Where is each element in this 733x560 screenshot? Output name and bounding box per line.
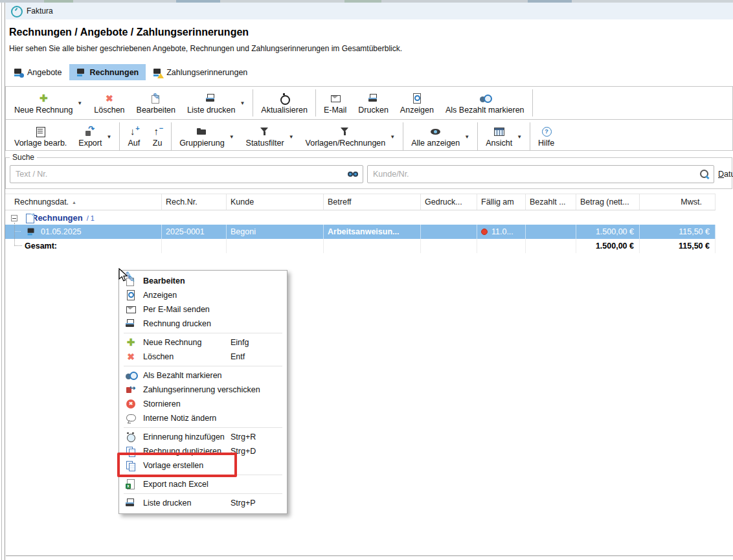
tab-zahlungserinnerungen[interactable]: Zahlungserinnerungen [146,64,254,80]
group-row-rechnungen[interactable]: Rechnungen / 1 [5,211,716,225]
overdue-status-dot [481,229,488,235]
clock-app-icon [10,5,22,17]
menu-item-liste-drucken[interactable]: Liste druckenStrg+P [119,496,287,510]
column-header-mwst[interactable]: Mwst. [640,194,716,210]
chevron-down-icon[interactable]: ▼ [464,134,469,140]
toolbar-separator [171,122,172,150]
tab-rechnungen[interactable]: Rechnungen [69,64,146,80]
customer-search-input[interactable] [368,170,699,179]
tab-angebote[interactable]: Angebote [6,64,69,80]
cancel-icon [125,398,137,410]
cell-bezahlt [526,225,576,239]
liste-drucken-button[interactable]: Liste drucken ▼ [181,87,251,119]
column-header-betreff[interactable]: Betreff [324,194,421,210]
column-header-gedruckt[interactable]: Gedruck... [421,194,477,210]
view-grid-icon [493,126,505,137]
coins-paid-icon [125,370,137,381]
menu-item-export-nach-excel[interactable]: Export nach Excel [119,477,287,491]
aktualisieren-button[interactable]: Aktualisieren [255,87,313,119]
total-row: Gesamt: 1.500,00 € 115,50 € [5,239,716,253]
eye-icon [430,126,442,137]
invoice-icon [27,227,36,236]
chevron-down-icon[interactable]: ▼ [289,134,294,140]
column-header-rechnungsdatum[interactable]: Rechnungsdat.▲ [5,194,162,210]
tabstrip: Angebote Rechnungen Zahlungserinnerungen [6,64,254,80]
menu-item-per-email-senden[interactable]: Per E-Mail senden [119,302,287,317]
drucken-button[interactable]: Drucken [352,87,394,119]
column-header-bezahlt[interactable]: Bezahlt ... [526,194,576,210]
column-header-kunde[interactable]: Kunde [227,194,324,210]
cell-gedruckt [421,225,477,239]
text-search-input[interactable] [10,170,347,179]
menu-item-loeschen[interactable]: LöschenEntf [119,350,287,364]
preview-document-icon [411,93,423,104]
column-header-rechnr[interactable]: Rech.Nr. [162,194,227,210]
menu-separator [124,475,282,475]
bearbeiten-button[interactable]: Bearbeiten [131,87,181,119]
delete-x-icon [104,93,115,104]
page-title: Rechnungen / Angebote / Zahlungserinneru… [9,27,249,38]
cell-rechnr: 2025-0001 [162,225,227,239]
alle-anzeigen-button[interactable]: Alle anzeigen ▼ [405,120,475,153]
email-button[interactable]: E-Mail [318,87,352,119]
magnifier-icon[interactable] [699,168,710,180]
toolbar-row-2: Vorlage bearb. Export ▼ Auf Zu Gruppieru… [6,120,732,153]
duplicate-document-icon [125,445,137,457]
tree-line [15,245,22,246]
neue-rechnung-button[interactable]: Neue Rechnung ▼ [8,87,88,119]
menu-item-rechnung-drucken[interactable]: Rechnung drucken [119,317,287,331]
toolbar-separator [532,89,533,117]
chevron-down-icon[interactable]: ▼ [390,134,395,140]
menu-item-erinnerung-hinzufuegen[interactable]: Erinnerung hinzufügenStrg+R [119,430,287,444]
menu-item-rechnung-duplizieren[interactable]: Rechnung duplizierenStrg+D [119,444,287,458]
als-bezahlt-markieren-button[interactable]: Als Bezahlt markieren [440,87,530,119]
loeschen-button[interactable]: Löschen [88,87,130,119]
table-row[interactable]: 01.05.2025 2025-0001 Begoni Arbeitsanwei… [5,225,716,239]
menu-separator [124,333,282,333]
chevron-down-icon[interactable]: ▼ [229,134,234,140]
template-form-icon [35,126,47,137]
zu-button[interactable]: Zu [146,120,169,153]
gruppierung-button[interactable]: Gruppierung ▼ [174,120,240,153]
chevron-down-icon[interactable]: ▼ [517,134,522,140]
payment-reminders-tab-icon [153,67,163,78]
menu-item-bearbeiten[interactable]: Bearbeiten [119,274,287,288]
chevron-down-icon[interactable]: ▼ [240,100,245,106]
binoculars-icon[interactable] [347,168,359,180]
menu-item-zahlungserinnerung-verschicken[interactable]: Zahlungserinnerung verschicken [119,383,287,397]
tree-collapse-toggle[interactable] [11,215,17,221]
toolbar-separator [403,122,403,150]
date-filter-link[interactable]: Datum [718,170,733,179]
chevron-down-icon[interactable]: ▼ [106,134,111,140]
help-icon [541,126,552,137]
ansicht-button[interactable]: Ansicht ▼ [480,120,528,153]
vorlage-bearbeiten-button[interactable]: Vorlage bearb. [8,120,73,153]
app-window: { "window": { "title": "Faktura", "app_i… [0,0,733,560]
anzeigen-button[interactable]: Anzeigen [394,87,440,119]
menu-item-als-bezahlt-markieren[interactable]: Als Bezahlt markieren [119,368,287,383]
alarm-clock-icon [125,431,137,443]
delete-x-icon [125,351,137,363]
cell-kunde: Begoni [227,225,324,239]
vorlagen-rechnungen-button[interactable]: Vorlagen/Rechnungen ▼ [300,120,401,153]
toolbar-separator [315,89,316,117]
search-legend: Suche [10,153,37,162]
menu-item-anzeigen[interactable]: Anzeigen [119,288,287,302]
menu-item-neue-rechnung[interactable]: Neue RechnungEinfg [119,335,287,350]
titlebar: Faktura [6,3,733,19]
chevron-down-icon[interactable]: ▼ [77,100,82,106]
export-button[interactable]: Export ▼ [73,120,117,153]
context-menu: Bearbeiten Anzeigen Per E-Mail senden Re… [118,270,288,514]
menu-item-stornieren[interactable]: Stornieren [119,397,287,411]
export-icon [84,126,96,137]
column-header-faellig-am[interactable]: Fällig am [477,194,526,210]
column-header-betrag-netto[interactable]: Betrag (nett... [576,194,640,210]
statusfilter-button[interactable]: Statusfilter ▼ [240,120,300,153]
auf-button[interactable]: Auf [122,120,146,153]
invoices-tab-icon [76,67,86,78]
menu-item-vorlage-erstellen[interactable]: Vorlage erstellen [119,458,287,473]
cell-betrag: 1.500,00 € [576,225,640,239]
hilfe-button[interactable]: Hilfe [532,120,560,153]
menu-item-interne-notiz-aendern[interactable]: Interne Notiz ändern [119,411,287,425]
excel-export-icon [125,478,137,490]
